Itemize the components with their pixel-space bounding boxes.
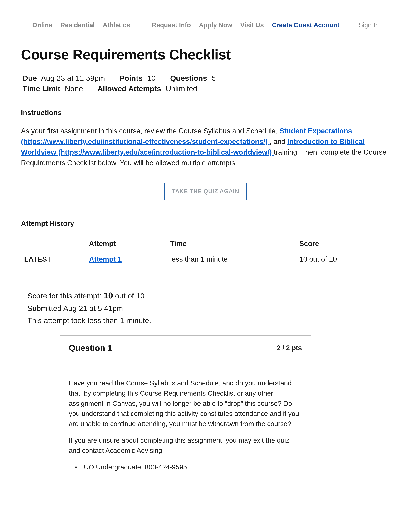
attempt-time: less than 1 minute [168,251,298,268]
page-title: Course Requirements Checklist [21,47,390,63]
history-col-time: Time [168,236,298,251]
history-col-score: Score [298,236,390,251]
attempt-history-table: Attempt Time Score LATEST Attempt 1 less… [21,236,390,268]
table-row: LATEST Attempt 1 less than 1 minute 10 o… [21,251,390,268]
timelimit-value: None [65,84,83,93]
link-student-expectations-url: (https://www.liberty.edu/institutional-e… [21,138,268,145]
attempt-tag: LATEST [21,251,87,268]
attempts-value: Unlimited [166,84,197,93]
question-1-pts: 2 / 2 pts [277,344,302,352]
instructions-text: As your first assignment in this course,… [21,126,390,168]
top-nav: Online Residential Athletics Request Inf… [21,15,390,37]
history-col-blank [21,236,87,251]
nav-create-guest-account[interactable]: Create Guest Account [272,21,339,29]
attempt-link[interactable]: Attempt 1 [89,255,122,263]
nav-request-info[interactable]: Request Info [152,21,191,29]
score-line1-post: out of 10 [115,292,145,300]
score-duration: This attempt took less than 1 minute. [28,314,390,326]
nav-sign-in[interactable]: Sign In [359,21,379,29]
timelimit-label: Time Limit [23,84,60,93]
link-biblical-worldview-url: (https://www.liberty.edu/ace/introductio… [58,148,274,156]
score-line1-pre: Score for this attempt: [28,292,104,300]
question-1-title: Question 1 [69,343,112,353]
history-col-attempt: Attempt [87,236,168,251]
instructions-mid: , and [270,138,287,145]
points-value: 10 [147,74,156,82]
nav-online[interactable]: Online [32,21,52,29]
points-label: Points [120,74,143,82]
instructions-heading: Instructions [21,109,390,117]
take-quiz-again-button[interactable]: TAKE THE QUIZ AGAIN [164,183,247,200]
attempts-label: Allowed Attempts [97,84,161,93]
quiz-meta: Due Aug 23 at 11:59pm Points 10 Question… [21,68,390,99]
questions-value: 5 [212,74,216,82]
link-student-expectations-text: Student Expectations [280,127,352,135]
score-line1-big: 10 [104,291,113,300]
nav-residential[interactable]: Residential [60,21,95,29]
nav-visit-us[interactable]: Visit Us [240,21,264,29]
questions-label: Questions [170,74,207,82]
attempt-score: 10 out of 10 [298,251,390,268]
question-1-para1: Have you read the Course Syllabus and Sc… [69,378,302,429]
nav-apply-now[interactable]: Apply Now [199,21,232,29]
question-1-bullet-1: LUO Undergraduate: 800-424-9595 [80,462,302,472]
nav-athletics[interactable]: Athletics [103,21,130,29]
instructions-pre: As your first assignment in this course,… [21,127,280,135]
score-submitted: Submitted Aug 21 at 5:41pm [28,302,390,314]
question-card-1: Question 1 2 / 2 pts Have you read the C… [60,335,311,475]
question-1-para2: If you are unsure about completing this … [69,435,302,456]
score-summary: Score for this attempt: 10 out of 10 Sub… [21,289,390,327]
divider [21,281,390,281]
due-value: Aug 23 at 11:59pm [41,74,105,82]
due-label: Due [23,74,37,82]
attempt-history-heading: Attempt History [21,219,390,228]
